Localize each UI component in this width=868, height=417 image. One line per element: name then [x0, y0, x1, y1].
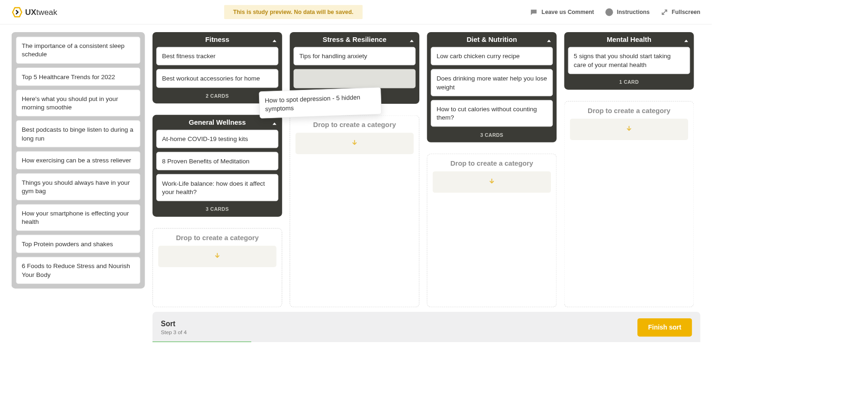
uncategorized-card[interactable]: How your smartphone is effecting your he… [16, 204, 140, 231]
finish-sort-button[interactable]: Finish sort [637, 318, 692, 336]
footer-info: Sort Step 3 of 4 [161, 320, 187, 335]
dropzone-label: Drop to create a category [433, 160, 551, 168]
category-count: 1 CARD [564, 75, 694, 89]
fullscreen-button[interactable]: Fullscreen [661, 8, 700, 15]
category-header[interactable]: Diet & Nutrition [427, 32, 557, 47]
category-collapse-button[interactable] [272, 37, 277, 44]
category-header[interactable]: Stress & Resilience [290, 32, 419, 47]
category-header[interactable]: Mental Health [564, 32, 694, 47]
category-title: Diet & Nutrition [467, 36, 517, 44]
board-column: Diet & NutritionLow carb chicken curry r… [427, 32, 557, 307]
main-area: The importance of a consistent sleep sch… [0, 24, 712, 342]
preview-banner: This is study preview. No data will be s… [224, 5, 363, 19]
category-card[interactable]: Does drinking more water help you lose w… [431, 69, 553, 96]
board-column: Mental Health5 signs that you should sta… [564, 32, 694, 307]
category-count: 3 CARDS [152, 202, 282, 216]
category-card[interactable]: Low carb chicken curry recipe [431, 47, 553, 66]
category-body[interactable]: At-home COVID-19 testing kits8 Proven Be… [152, 129, 282, 202]
board-column: FitnessBest fitness trackerBest workout … [152, 32, 282, 307]
dropzone-target[interactable] [296, 133, 414, 155]
category-collapse-button[interactable] [547, 37, 551, 44]
category-card[interactable]: Best workout accessories for home [156, 69, 278, 88]
fullscreen-label: Fullscreen [672, 9, 701, 15]
category-title: Stress & Resilience [323, 36, 386, 44]
arrow-down-icon [488, 178, 495, 186]
category-body[interactable]: 5 signs that you should start taking car… [564, 47, 694, 75]
category-count: 3 CARDS [427, 128, 557, 142]
uncategorized-card[interactable]: Best podcasts to binge listen to during … [16, 121, 140, 148]
arrow-down-icon [351, 140, 358, 148]
card-drop-placeholder[interactable] [293, 69, 415, 88]
category[interactable]: General WellnessAt-home COVID-19 testing… [152, 114, 282, 216]
topbar-actions: Leave us Comment i Instructions Fullscre… [530, 8, 701, 16]
arrow-down-icon [626, 125, 633, 134]
category-title: Mental Health [607, 36, 651, 44]
create-category-dropzone[interactable]: Drop to create a category [564, 101, 694, 307]
dragging-card[interactable]: How to spot depression - 5 hidden sympto… [259, 87, 382, 118]
footer-bar: Sort Step 3 of 4 Finish sort [152, 312, 700, 342]
uncategorized-card[interactable]: How exercising can be a stress reliever [16, 151, 140, 170]
uncategorized-card[interactable]: Things you should always have in your gy… [16, 173, 140, 200]
brand-logo-icon [12, 7, 23, 18]
progress-bar [152, 342, 251, 342]
category-card[interactable]: Best fitness tracker [156, 47, 278, 66]
category-collapse-button[interactable] [684, 37, 689, 44]
instructions-label: Instructions [617, 9, 649, 15]
dropzone-target[interactable] [433, 171, 551, 193]
collapse-icon[interactable] [547, 39, 551, 43]
uncategorized-card[interactable]: Top Protein powders and shakes [16, 235, 140, 253]
category-title: General Wellness [189, 119, 246, 127]
collapse-icon[interactable] [272, 121, 277, 125]
arrow-down-icon [214, 252, 221, 261]
collapse-icon[interactable] [684, 39, 689, 43]
instructions-button[interactable]: i Instructions [605, 8, 649, 16]
dropzone-label: Drop to create a category [570, 107, 688, 114]
brand-text: UXtweak [25, 7, 57, 17]
footer-title: Sort [161, 320, 187, 328]
category-card[interactable]: At-home COVID-19 testing kits [156, 129, 278, 148]
category-card[interactable]: 5 signs that you should start taking car… [568, 47, 690, 74]
fullscreen-icon [661, 8, 668, 15]
category-body[interactable]: Low carb chicken curry recipeDoes drinki… [427, 47, 557, 128]
columns-row: FitnessBest fitness trackerBest workout … [152, 32, 700, 307]
uncategorized-card[interactable]: 6 Foods to Reduce Stress and Nourish You… [16, 257, 140, 284]
create-category-dropzone[interactable]: Drop to create a category [290, 115, 419, 307]
footer-step: Step 3 of 4 [161, 329, 187, 335]
uncategorized-card[interactable]: Top 5 Healthcare Trends for 2022 [16, 67, 140, 86]
category-title: Fitness [205, 36, 230, 44]
uncategorized-card[interactable]: Here's what you should put in your morni… [16, 90, 140, 117]
create-category-dropzone[interactable]: Drop to create a category [427, 154, 557, 307]
info-icon: i [605, 8, 613, 16]
dropzone-label: Drop to create a category [296, 121, 414, 129]
category-collapse-button[interactable] [410, 37, 414, 44]
leave-comment-button[interactable]: Leave us Comment [530, 8, 594, 16]
comment-icon [530, 8, 538, 16]
category[interactable]: Mental Health5 signs that you should sta… [564, 32, 694, 89]
category-header[interactable]: Fitness [152, 32, 282, 47]
category-card[interactable]: 8 Proven Benefits of Meditation [156, 152, 278, 170]
dropzone-label: Drop to create a category [158, 234, 276, 242]
brand-logo[interactable]: UXtweak [12, 7, 57, 18]
leave-comment-label: Leave us Comment [542, 9, 594, 15]
category-body[interactable]: Tips for handling anxiety [290, 47, 419, 90]
category-card[interactable]: Tips for handling anxiety [293, 47, 415, 66]
board-area: FitnessBest fitness trackerBest workout … [152, 32, 700, 342]
category[interactable]: Diet & NutritionLow carb chicken curry r… [427, 32, 557, 142]
category-card[interactable]: How to cut calories without counting the… [431, 100, 553, 127]
topbar: UXtweak This is study preview. No data w… [0, 0, 712, 24]
uncategorized-panel[interactable]: The importance of a consistent sleep sch… [12, 32, 145, 289]
create-category-dropzone[interactable]: Drop to create a category [152, 228, 282, 307]
dropzone-target[interactable] [570, 119, 688, 140]
category-collapse-button[interactable] [272, 120, 277, 127]
dropzone-target[interactable] [158, 246, 276, 267]
collapse-icon[interactable] [410, 39, 414, 43]
board-column: Stress & ResilienceTips for handling anx… [290, 32, 419, 307]
category-card[interactable]: Work-Life balance: how does it affect yo… [156, 174, 278, 201]
uncategorized-card[interactable]: The importance of a consistent sleep sch… [16, 37, 140, 64]
collapse-icon[interactable] [272, 39, 277, 43]
category-body[interactable]: Best fitness trackerBest workout accesso… [152, 47, 282, 89]
